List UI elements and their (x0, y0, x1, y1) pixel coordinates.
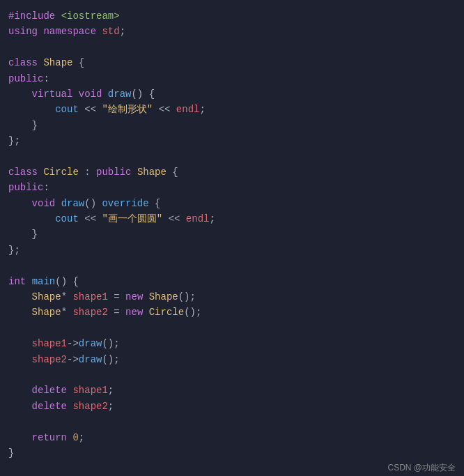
code-line-12: public: (6, 180, 458, 195)
code-line-3 (6, 40, 458, 55)
code-line-8: } (6, 118, 458, 133)
code-line-20: Shape* shape2 = new Circle(); (6, 305, 458, 320)
code-line-9: }; (6, 133, 458, 148)
code-line-10 (6, 149, 458, 164)
token-include: #include (8, 10, 55, 22)
code-line-24 (6, 367, 458, 383)
code-line-7: cout << "绘制形状" << endl; (6, 102, 458, 117)
code-line-4: class Shape { (6, 55, 458, 70)
code-line-2: using namespace std; (6, 24, 458, 39)
code-line-23: shape2->draw(); (6, 352, 458, 367)
code-line-28: return 0; (6, 430, 458, 445)
code-line-16: }; (6, 243, 458, 258)
code-line-14: cout << "画一个圆圆" << endl; (6, 211, 458, 227)
code-line-26: delete shape2; (6, 399, 458, 414)
code-line-11: class Circle : public Shape { (6, 164, 458, 180)
code-line-27 (6, 414, 458, 429)
code-line-13: void draw() override { (6, 196, 458, 211)
code-line-15: } (6, 227, 458, 242)
code-line-1: #include <iostream> (6, 8, 458, 24)
code-line-6: virtual void draw() { (6, 86, 458, 102)
watermark: CSDN @功能安全 (387, 461, 456, 475)
code-line-17 (6, 258, 458, 273)
code-editor: #include <iostream> using namespace std;… (0, 0, 464, 476)
code-line-25: delete shape1; (6, 383, 458, 398)
token-header: <iostream> (61, 10, 120, 22)
code-line-19: Shape* shape1 = new Shape(); (6, 289, 458, 305)
code-line-5: public: (6, 71, 458, 86)
code-line-18: int main() { (6, 274, 458, 289)
code-line-21 (6, 321, 458, 336)
code-line-29: } (6, 445, 458, 461)
code-line-22: shape1->draw(); (6, 336, 458, 351)
